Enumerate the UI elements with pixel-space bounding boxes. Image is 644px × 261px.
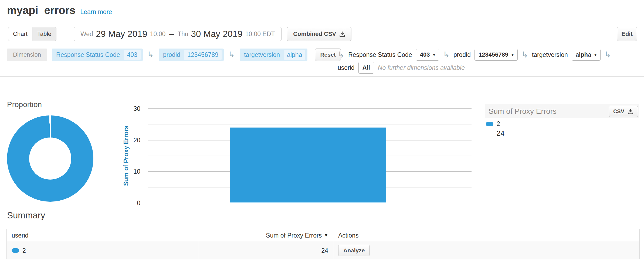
gridline <box>148 108 472 109</box>
reset-label: Reset <box>320 51 335 58</box>
end-time: 10:00 EDT <box>245 30 275 38</box>
view-toggle: Chart Table <box>8 27 56 41</box>
filter-chip-targetversion[interactable]: targetversion alpha <box>240 49 307 61</box>
filter-name: targetversion <box>532 51 568 59</box>
no-more-dimensions-text: No further dimensions available <box>378 64 465 71</box>
summary-table: userid Sum of Proxy Errors ▼ Actions 2 2… <box>6 229 640 259</box>
y-tick-label: 0 <box>137 200 140 206</box>
chip-value: 403 <box>124 50 140 60</box>
dimension-bar: Dimension Response Status Code 403 ↳ pro… <box>7 49 637 73</box>
column-header-actions: Actions <box>333 229 639 242</box>
download-icon <box>628 108 633 114</box>
end-date: 30 May 2019 <box>191 29 243 39</box>
gridline <box>148 124 472 125</box>
selected-value: 403 <box>420 51 430 58</box>
end-day: Thu <box>178 30 188 38</box>
edit-label: Edit <box>621 30 633 37</box>
drilldown-arrow-icon: ↳ <box>521 51 528 59</box>
drilldown-arrow-icon: ↳ <box>338 51 344 59</box>
drilldown-filter-row: ↳ Response Status Code 403 ▾ ↳ prodid 12… <box>338 49 611 61</box>
chip-value: alpha <box>284 50 305 60</box>
start-date: 29 May 2019 <box>96 29 147 39</box>
date-range-picker[interactable]: Wed 29 May 2019 10:00 – Thu 30 May 2019 … <box>74 27 282 41</box>
page-title: myapi_errors <box>7 4 75 16</box>
combined-csv-button[interactable]: Combined CSV <box>287 27 351 41</box>
edit-button[interactable]: Edit <box>617 27 637 41</box>
filter-name: Response Status Code <box>348 51 412 59</box>
filter-name: prodid <box>453 51 471 59</box>
targetversion-select[interactable]: alpha ▾ <box>572 49 601 61</box>
response-status-code-select[interactable]: 403 ▾ <box>416 49 439 61</box>
report-header: myapi_errors Learn more <box>7 4 112 16</box>
column-header-userid[interactable]: userid <box>7 229 199 242</box>
analyze-label: Analyze <box>343 247 365 254</box>
drilldown-arrow-icon: ↳ <box>604 51 611 59</box>
filter-chip-response-status-code[interactable]: Response Status Code 403 <box>52 49 143 61</box>
legend-list: 2 24 <box>486 120 504 138</box>
y-tick-label: 20 <box>133 137 140 143</box>
drilldown-arrow-icon: ↳ <box>228 51 235 59</box>
sum-cell: 24 <box>199 242 333 259</box>
date-range-separator: – <box>169 29 174 39</box>
csv-label: CSV <box>613 108 624 115</box>
selected-value: alpha <box>576 51 591 58</box>
proportion-donut-chart <box>6 112 115 205</box>
legend-header: Sum of Proxy Errors CSV <box>485 104 639 118</box>
chip-value: 123456789 <box>184 50 222 60</box>
selected-value: All <box>362 64 370 71</box>
section-divider <box>0 76 644 77</box>
chevron-down-icon: ▾ <box>511 52 514 57</box>
chip-name: prodid <box>163 51 180 59</box>
proportion-chart-title: Proportion <box>7 100 42 109</box>
y-tick-label: 30 <box>133 106 140 112</box>
chevron-down-icon: ▾ <box>594 52 596 57</box>
csv-button[interactable]: CSV <box>609 106 638 117</box>
custom-report-page: myapi_errors Learn more Chart Table Wed … <box>0 0 644 261</box>
userid-filter-label: userid <box>338 64 355 71</box>
column-header-sum-of-proxy-errors[interactable]: Sum of Proxy Errors ▼ <box>199 229 333 242</box>
chip-name: Response Status Code <box>56 51 120 59</box>
drilldown-arrow-icon: ↳ <box>443 51 450 59</box>
legend-item-label: 2 <box>497 120 500 128</box>
combined-csv-label: Combined CSV <box>293 30 336 37</box>
y-axis-ticks: 0102030 <box>121 109 140 203</box>
bar-series-segment[interactable] <box>230 128 386 202</box>
chip-name: targetversion <box>244 51 280 59</box>
start-day: Wed <box>80 30 93 38</box>
table-row: 2 24 Analyze <box>7 242 639 259</box>
dimension-label: Dimension <box>7 49 47 61</box>
chevron-down-icon: ▾ <box>433 52 435 57</box>
userid-filter-row: userid All No further dimensions availab… <box>338 62 611 73</box>
reset-button[interactable]: Reset <box>315 49 341 61</box>
start-time: 10:00 <box>150 30 166 38</box>
prodid-select[interactable]: 123456789 ▾ <box>474 49 518 61</box>
userid-cell: 2 <box>7 242 199 259</box>
analyze-button[interactable]: Analyze <box>338 245 370 256</box>
bar-plot <box>148 109 472 203</box>
series-swatch <box>12 248 19 253</box>
actions-cell: Analyze <box>333 242 639 259</box>
y-tick-label: 10 <box>133 169 140 175</box>
toolbar: Chart Table Wed 29 May 2019 10:00 – Thu … <box>8 27 637 41</box>
legend-title: Sum of Proxy Errors <box>489 107 609 116</box>
sort-desc-icon: ▼ <box>324 233 328 238</box>
legend-item-value: 24 <box>497 129 504 138</box>
donut-slice[interactable] <box>7 115 93 202</box>
drilldown-arrow-icon: ↳ <box>147 51 154 59</box>
userid-select[interactable]: All <box>358 62 374 74</box>
donut-hole <box>29 138 71 180</box>
summary-table-header: userid Sum of Proxy Errors ▼ Actions <box>7 229 639 242</box>
column-header-sum-label: Sum of Proxy Errors <box>266 232 322 239</box>
table-view-button[interactable]: Table <box>32 27 56 41</box>
legend-swatch <box>486 122 493 126</box>
userid-value: 2 <box>22 247 26 254</box>
gridline <box>148 203 472 203</box>
drilldown-filters: ↳ Response Status Code 403 ▾ ↳ prodid 12… <box>338 49 611 73</box>
chart-view-button[interactable]: Chart <box>8 27 32 41</box>
filter-chip-prodid[interactable]: prodid 123456789 <box>159 49 224 61</box>
learn-more-link[interactable]: Learn more <box>80 8 112 16</box>
legend-item[interactable]: 2 <box>486 120 504 128</box>
summary-title: Summary <box>7 210 45 221</box>
download-icon <box>339 31 345 37</box>
selected-value: 123456789 <box>479 51 508 58</box>
